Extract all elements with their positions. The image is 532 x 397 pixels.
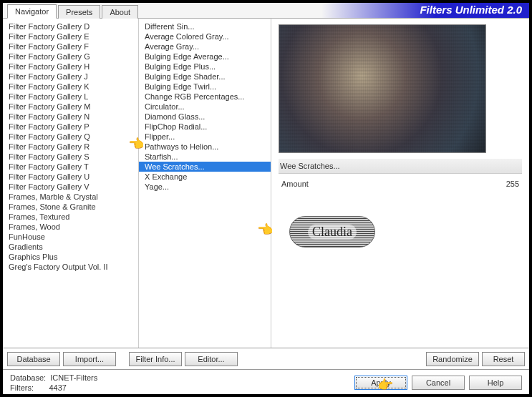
filter-item[interactable]: Bulging Edge Twirl... <box>139 82 271 92</box>
help-button[interactable]: Help <box>469 376 522 390</box>
nav-item[interactable]: Filter Factory Gallery V <box>3 182 138 192</box>
filter-item[interactable]: Average Gray... <box>139 41 271 52</box>
nav-item[interactable]: Filter Factory Gallery Q <box>3 132 138 142</box>
selected-filter-label: Wee Scratches... <box>279 159 522 174</box>
nav-item[interactable]: Filter Factory Gallery M <box>3 102 138 112</box>
tab-navigator[interactable]: Navigator <box>7 4 57 19</box>
import-button[interactable]: Import... <box>63 352 116 366</box>
nav-item[interactable]: Frames, Wood <box>3 222 138 232</box>
nav-item[interactable]: Filter Factory Gallery K <box>3 82 138 92</box>
nav-item[interactable]: Filter Factory Gallery S <box>3 152 138 162</box>
filter-item[interactable]: Average Colored Gray... <box>139 31 271 41</box>
param-label: Amount <box>281 180 309 188</box>
reset-button[interactable]: Reset <box>482 352 525 366</box>
filter-info-button[interactable]: Filter Info... <box>129 352 182 366</box>
filter-item[interactable]: Flipper... <box>139 132 271 142</box>
nav-item[interactable]: Filter Factory Gallery H <box>3 62 138 72</box>
navigator-list[interactable]: Filter Factory Gallery DFilter Factory G… <box>3 19 138 348</box>
nav-item[interactable]: Filter Factory Gallery J <box>3 72 138 82</box>
app-title: Filters Unlimited 2.0 <box>420 4 522 16</box>
nav-item[interactable]: Frames, Stone & Granite <box>3 202 138 212</box>
nav-item[interactable]: Filter Factory Gallery F <box>3 41 138 52</box>
filter-list[interactable]: Different Sin...Average Colored Gray...A… <box>139 19 271 348</box>
filter-item[interactable]: Pathways to Helion... <box>139 142 271 152</box>
filter-item[interactable]: Diamond Glass... <box>139 112 271 122</box>
filter-item[interactable]: Bulging Edge Plus... <box>139 62 271 72</box>
nav-item[interactable]: Filter Factory Gallery R <box>3 142 138 152</box>
nav-item[interactable]: Filter Factory Gallery U <box>3 172 138 182</box>
db-label: Database: <box>10 373 46 382</box>
nav-item[interactable]: Frames, Textured <box>3 212 138 222</box>
tab-about[interactable]: About <box>102 5 138 19</box>
filters-count: 4437 <box>49 383 66 392</box>
randomize-button[interactable]: Randomize <box>426 352 479 366</box>
filter-item[interactable]: Change RGB Percentages... <box>139 92 271 102</box>
filter-item[interactable]: Bulging Edge Shader... <box>139 72 271 82</box>
nav-item[interactable]: Filter Factory Gallery P <box>3 122 138 132</box>
filter-item[interactable]: Circulator... <box>139 102 271 112</box>
filter-item[interactable]: Yage... <box>139 182 271 192</box>
nav-item[interactable]: Filter Factory Gallery N <box>3 112 138 122</box>
param-value: 255 <box>506 180 519 188</box>
filters-label: Filters: <box>10 383 34 392</box>
nav-item[interactable]: Filter Factory Gallery E <box>3 31 138 41</box>
editor-button[interactable]: Editor... <box>185 352 238 366</box>
nav-item[interactable]: Graphics Plus <box>3 252 138 262</box>
filter-item[interactable]: Wee Scratches... <box>139 162 271 172</box>
nav-item[interactable]: Greg's Factory Output Vol. II <box>3 262 138 272</box>
filter-item[interactable]: X Exchange <box>139 172 271 182</box>
nav-item[interactable]: FunHouse <box>3 232 138 242</box>
apply-button[interactable]: Apply <box>354 376 407 390</box>
filter-item[interactable]: FlipChop Radial... <box>139 122 271 132</box>
db-value: ICNET-Filters <box>50 373 97 382</box>
nav-item[interactable]: Filter Factory Gallery D <box>3 21 138 31</box>
filter-item[interactable]: Different Sin... <box>139 21 271 31</box>
watermark-badge: Claudia <box>289 216 375 247</box>
database-button[interactable]: Database <box>7 352 60 366</box>
nav-item[interactable]: Filter Factory Gallery L <box>3 92 138 102</box>
preview-image <box>279 24 486 153</box>
nav-item[interactable]: Frames, Marble & Crystal <box>3 192 138 202</box>
filter-item[interactable]: Bulging Edge Average... <box>139 52 271 62</box>
filter-item[interactable]: Starfish... <box>139 152 271 162</box>
nav-item[interactable]: Gradients <box>3 242 138 252</box>
tab-presets[interactable]: Presets <box>58 5 100 19</box>
cancel-button[interactable]: Cancel <box>412 376 465 390</box>
nav-item[interactable]: Filter Factory Gallery G <box>3 52 138 62</box>
nav-item[interactable]: Filter Factory Gallery T <box>3 162 138 172</box>
